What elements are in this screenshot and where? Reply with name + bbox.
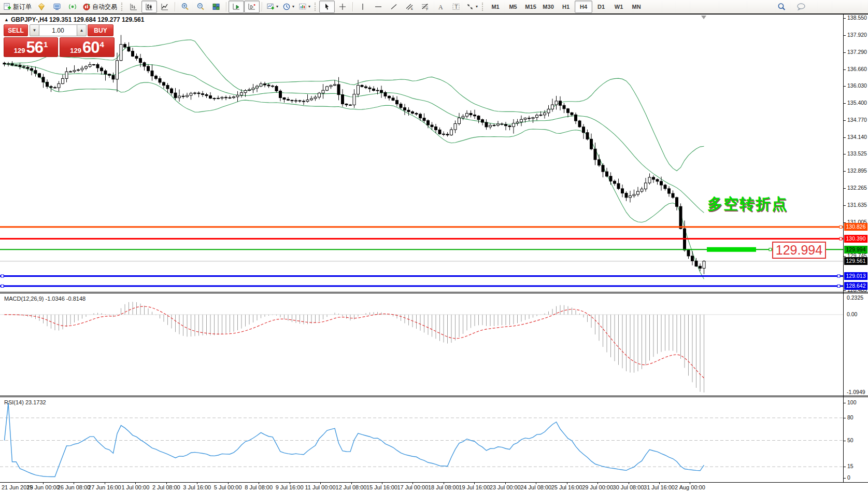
price-axis[interactable]: 138.550137.920137.290136.660136.030135.4… [843, 15, 868, 482]
axis-tick-label: 136.030 [847, 82, 867, 89]
date-label: 1 Jul 00:00 [121, 484, 149, 490]
timeframe-button-m5[interactable]: M5 [504, 1, 522, 13]
axis-tick-label: 137.920 [847, 32, 867, 38]
date-label: 23 Jul 00:00 [490, 484, 521, 490]
toolbar-drag-handle[interactable] [121, 3, 124, 11]
axis-tick [844, 478, 846, 479]
date-label: 2 Aug 00:00 [675, 484, 705, 490]
new-order-button[interactable]: 新订单 [1, 1, 34, 13]
rsi-pane-canvas[interactable] [0, 397, 868, 482]
chart-shift-button[interactable] [244, 1, 260, 13]
date-label: 30 Jul 08:00 [613, 484, 644, 490]
zoom-in-icon [181, 3, 189, 11]
signal-icon [68, 3, 77, 11]
date-tick [228, 482, 229, 484]
chart-title-text: GBPJPY-,H4 129.351 129.684 129.277 129.5… [11, 16, 145, 23]
chat-icon[interactable] [793, 1, 809, 13]
rsi-label: RSI(14) 23.1732 [4, 399, 46, 405]
axis-tick-label: 133.525 [847, 150, 867, 157]
date-tick [320, 482, 321, 484]
templates-button[interactable]: ▾ [296, 1, 312, 13]
date-tick [135, 482, 136, 484]
candlestick-chart-button[interactable] [141, 1, 157, 13]
axis-tick [844, 154, 846, 154]
svg-text:A: A [438, 4, 443, 11]
timeframe-button-d1[interactable]: D1 [592, 1, 610, 13]
timeframe-button-m1[interactable]: M1 [487, 1, 504, 13]
date-axis[interactable]: 21 Jun 201925 Jun 00:0026 Jun 08:0027 Ju… [0, 482, 868, 492]
volume-increase-button[interactable]: ▲ [77, 24, 87, 36]
tile-windows-button[interactable] [208, 1, 224, 13]
vertical-line-tool-button[interactable] [355, 1, 371, 13]
toolbar-drag-handle[interactable] [482, 3, 485, 11]
axis-tick-label: 136.660 [847, 66, 867, 72]
trendline-tool-button[interactable] [386, 1, 402, 13]
rsi-axis-label: 0 [847, 474, 850, 481]
price-callout-box[interactable]: 129.994 [772, 242, 826, 259]
broadcast-button[interactable] [65, 1, 80, 13]
macd-pane-canvas[interactable] [0, 293, 868, 396]
zoom-out-button[interactable] [193, 1, 208, 13]
axis-tick [844, 171, 846, 172]
main-chart-canvas[interactable] [0, 15, 868, 292]
annotation-text[interactable]: 多空转折点 [704, 194, 788, 215]
metaeditor-button[interactable] [34, 1, 49, 13]
auto-trading-button[interactable]: 自动交易 [80, 1, 119, 13]
chevron-down-icon[interactable]: ▾ [276, 5, 278, 9]
axis-tick-label: 132.895 [847, 167, 867, 174]
date-tick [444, 482, 444, 484]
svg-text:F: F [426, 7, 429, 11]
text-tool-button[interactable]: A [433, 1, 448, 13]
timeframe-button-h1[interactable]: H1 [557, 1, 575, 13]
date-label: 25 Jul 16:00 [551, 484, 582, 490]
periods-button[interactable]: ▾ [280, 1, 296, 13]
chart-shift-marker-icon[interactable] [701, 16, 706, 19]
sell-price-button[interactable]: 129 56 1 [4, 37, 58, 57]
fibonacci-tool-button[interactable]: F [417, 1, 433, 13]
arrows-icon [466, 3, 474, 11]
date-tick [505, 482, 506, 484]
buy-button[interactable]: BUY [88, 24, 113, 36]
bar-chart-icon [130, 3, 138, 11]
crosshair-tool-button[interactable] [335, 1, 350, 13]
axis-tick-label: 134.140 [847, 134, 867, 140]
timeframe-button-w1[interactable]: W1 [610, 1, 628, 13]
arrows-tool-button[interactable]: ▾ [464, 1, 480, 13]
axis-tick [844, 52, 846, 53]
line-chart-button[interactable] [157, 1, 173, 13]
bar-chart-button[interactable] [126, 1, 141, 13]
new-order-icon [3, 3, 11, 11]
toolbar-separator [262, 2, 262, 11]
indicators-button[interactable]: ▾ [264, 1, 280, 13]
cursor-tool-button[interactable] [319, 1, 335, 13]
toolbar-separator [352, 2, 353, 11]
timeframe-button-mn[interactable]: MN [628, 1, 645, 13]
toolbar-drag-handle[interactable] [315, 3, 317, 11]
axis-tick-label: 138.550 [847, 15, 867, 21]
buy-price-button[interactable]: 129 60 4 [60, 37, 115, 57]
date-label: 11 Jul 00:00 [305, 484, 335, 490]
horizontal-line-tool-button[interactable] [371, 1, 386, 13]
axis-tick [844, 35, 846, 36]
svg-text:T: T [454, 4, 458, 10]
auto-scroll-button[interactable] [229, 1, 244, 13]
timeframe-button-m30[interactable]: M30 [539, 1, 557, 13]
zoom-in-button[interactable] [177, 1, 193, 13]
chevron-down-icon[interactable]: ▾ [476, 5, 478, 9]
terminal-button[interactable] [49, 1, 65, 13]
chevron-down-icon[interactable]: ▾ [292, 5, 294, 9]
symbol-marker-icon[interactable]: ▲ [4, 17, 9, 22]
date-tick [290, 482, 290, 484]
timeframe-button-m15[interactable]: M15 [522, 1, 539, 13]
text-label-tool-button[interactable]: T [448, 1, 464, 13]
zoom-out-icon [196, 3, 205, 11]
terminal-icon [53, 3, 61, 11]
chevron-down-icon[interactable]: ▾ [308, 5, 310, 9]
volume-decrease-button[interactable]: ▼ [30, 24, 39, 36]
search-icon[interactable] [774, 1, 789, 13]
volume-input[interactable]: 1.00 [39, 24, 77, 36]
sell-button[interactable]: SELL [4, 24, 28, 36]
date-label: 25 Jun 00:00 [26, 484, 60, 490]
channel-tool-button[interactable]: E [402, 1, 417, 13]
timeframe-button-h4[interactable]: H4 [575, 1, 592, 13]
